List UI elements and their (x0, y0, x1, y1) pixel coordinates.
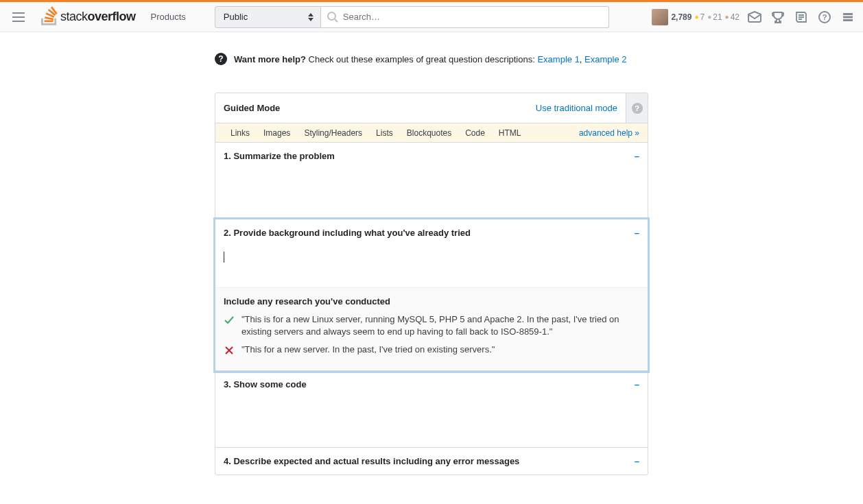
inbox-icon[interactable] (746, 9, 763, 25)
bad-example: "This for a new server. In the past, I'v… (224, 344, 639, 356)
x-icon (224, 345, 235, 356)
good-example: "This is for a new Linux server, running… (224, 313, 639, 338)
banner-text: Check out these examples of great questi… (306, 54, 537, 64)
check-icon (224, 315, 235, 326)
stackoverflow-logo[interactable]: stackoverflow (41, 6, 136, 27)
review-icon[interactable] (793, 9, 809, 25)
tab-code[interactable]: Code (458, 128, 492, 138)
stack-exchange-icon[interactable] (840, 9, 856, 25)
products-menu[interactable]: Products (143, 12, 194, 22)
user-profile[interactable]: 2,789 7 21 42 (652, 9, 740, 25)
step-2: 2. Provide background including what you… (215, 219, 648, 371)
panel-header: Guided Mode Use traditional mode ? (215, 93, 648, 123)
tab-html[interactable]: HTML (492, 128, 528, 138)
bronze-badge-count: 42 (725, 12, 740, 22)
svg-rect-6 (843, 19, 853, 21)
tab-lists[interactable]: Lists (369, 128, 400, 138)
step-3-title: 3. Show some code (224, 379, 307, 389)
step-2-header[interactable]: 2. Provide background including what you… (215, 219, 648, 246)
step-4: 4. Describe expected and actual results … (215, 448, 648, 475)
help-banner: ? Want more help? Check out these exampl… (215, 53, 648, 65)
step-1-header[interactable]: 1. Summarize the problem – (215, 143, 648, 169)
collapse-icon[interactable]: – (635, 379, 639, 389)
scope-label: Public (224, 12, 248, 22)
svg-rect-4 (843, 13, 853, 15)
panel-help-button[interactable]: ? (626, 93, 648, 123)
example-1-link[interactable]: Example 1 (537, 54, 579, 64)
step-4-title: 4. Describe expected and actual results … (224, 456, 519, 466)
gold-badge-count: 7 (694, 12, 705, 22)
silver-badge-count: 21 (707, 12, 722, 22)
right-toolbar: 2,789 7 21 42 ? (652, 9, 856, 25)
tab-links[interactable]: Links (224, 128, 257, 138)
tab-styling[interactable]: Styling/Headers (297, 128, 369, 138)
step-1-body[interactable] (215, 169, 648, 219)
banner-bold: Want more help? (234, 54, 306, 64)
bad-example-text: "This for a new server. In the past, I'v… (241, 344, 639, 356)
svg-point-0 (328, 12, 335, 20)
example-2-link[interactable]: Example 2 (584, 54, 626, 64)
updown-icon (308, 13, 314, 21)
text-cursor (224, 252, 224, 263)
step-2-body: Include any research you've conducted "T… (215, 246, 648, 370)
svg-rect-5 (843, 16, 853, 18)
good-example-text: "This is for a new Linux server, running… (241, 313, 639, 338)
editor-tabs: Links Images Styling/Headers Lists Block… (215, 123, 648, 143)
help-icon[interactable]: ? (816, 9, 833, 25)
step-2-editor[interactable] (224, 246, 639, 287)
advanced-help-link[interactable]: advanced help » (579, 128, 639, 138)
step-1: 1. Summarize the problem – (215, 143, 648, 219)
hint-box: Include any research you've conducted "T… (215, 287, 648, 370)
step-3-body[interactable] (215, 398, 648, 447)
svg-text:?: ? (823, 13, 827, 21)
collapse-icon[interactable]: – (635, 151, 639, 161)
hamburger-menu-icon[interactable] (12, 9, 29, 25)
main-content: ? Want more help? Check out these exampl… (215, 32, 648, 475)
svg-line-1 (335, 19, 338, 22)
step-1-title: 1. Summarize the problem (224, 151, 335, 161)
panel-title: Guided Mode (224, 103, 280, 113)
use-traditional-link[interactable]: Use traditional mode (536, 103, 617, 113)
info-icon: ? (215, 53, 227, 65)
logo-text: stackoverflow (60, 10, 136, 24)
scope-select[interactable]: Public (215, 6, 321, 28)
step-3: 3. Show some code – (215, 371, 648, 448)
topbar: stackoverflow Products Public 2,789 7 21… (0, 0, 863, 32)
tab-images[interactable]: Images (257, 128, 297, 138)
search-container (321, 6, 609, 28)
achievements-icon[interactable] (770, 9, 786, 25)
stackoverflow-icon (41, 6, 58, 27)
search-input[interactable] (339, 12, 603, 22)
step-3-header[interactable]: 3. Show some code – (215, 371, 648, 398)
step-2-title: 2. Provide background including what you… (224, 228, 471, 238)
reputation: 2,789 (671, 12, 691, 22)
hint-title: Include any research you've conducted (224, 296, 639, 307)
step-4-header[interactable]: 4. Describe expected and actual results … (215, 448, 648, 475)
collapse-icon[interactable]: – (635, 456, 639, 466)
avatar (652, 9, 668, 25)
search-icon (327, 11, 339, 23)
guided-mode-panel: Guided Mode Use traditional mode ? Links… (215, 93, 648, 475)
tab-blockquotes[interactable]: Blockquotes (400, 128, 458, 138)
collapse-icon[interactable]: – (635, 228, 639, 238)
